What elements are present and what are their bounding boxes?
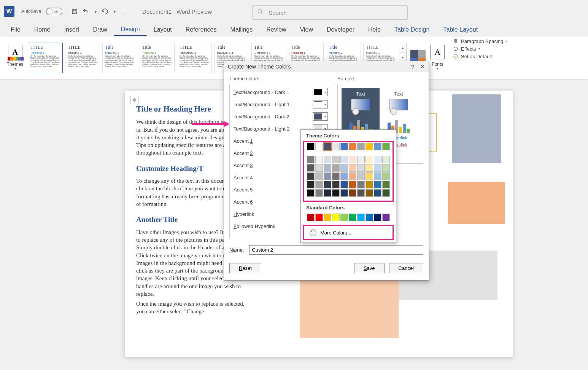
color-swatch[interactable] bbox=[307, 164, 315, 172]
color-swatch[interactable] bbox=[324, 214, 331, 221]
paragraph-spacing-button[interactable]: Paragraph Spacing ▾ bbox=[453, 38, 507, 44]
ribbon-tab-table-design[interactable]: Table Design bbox=[388, 24, 437, 35]
color-swatch[interactable] bbox=[340, 156, 348, 163]
color-swatch[interactable] bbox=[357, 214, 365, 221]
color-swatch[interactable] bbox=[349, 181, 356, 188]
ribbon-tab-design[interactable]: Design bbox=[114, 24, 147, 36]
color-swatch[interactable] bbox=[374, 143, 381, 150]
color-swatch[interactable] bbox=[357, 172, 365, 180]
color-dropdown-button[interactable]: ▾ bbox=[313, 88, 328, 96]
color-swatch[interactable] bbox=[315, 143, 323, 150]
color-swatch[interactable] bbox=[366, 156, 373, 163]
color-swatch[interactable] bbox=[382, 156, 390, 163]
color-swatch[interactable] bbox=[374, 214, 381, 221]
color-swatch[interactable] bbox=[366, 181, 373, 188]
color-swatch[interactable] bbox=[374, 172, 381, 180]
color-swatch[interactable] bbox=[357, 164, 365, 172]
color-swatch[interactable] bbox=[357, 181, 365, 188]
color-swatch[interactable] bbox=[382, 181, 390, 188]
color-swatch[interactable] bbox=[340, 181, 348, 188]
color-swatch[interactable] bbox=[332, 172, 340, 180]
color-swatch[interactable] bbox=[382, 172, 390, 180]
color-swatch[interactable] bbox=[332, 156, 340, 163]
color-swatch[interactable] bbox=[382, 189, 390, 197]
ribbon-tab-references[interactable]: References bbox=[179, 24, 224, 35]
color-swatch[interactable] bbox=[307, 214, 315, 221]
set-as-default-button[interactable]: Set as Default bbox=[453, 53, 507, 59]
redo-dropdown-icon[interactable]: ▾ bbox=[112, 7, 117, 16]
color-swatch[interactable] bbox=[332, 181, 340, 188]
color-swatch[interactable] bbox=[366, 214, 373, 221]
color-swatch[interactable] bbox=[324, 189, 331, 197]
color-swatch[interactable] bbox=[332, 189, 340, 197]
color-swatch[interactable] bbox=[315, 189, 323, 197]
color-swatch[interactable] bbox=[349, 164, 356, 172]
color-swatch[interactable] bbox=[340, 214, 348, 221]
color-swatch[interactable] bbox=[340, 143, 348, 150]
color-swatch[interactable] bbox=[307, 181, 315, 188]
color-swatch[interactable] bbox=[324, 181, 331, 188]
search-box[interactable]: Search bbox=[252, 5, 408, 20]
color-swatch[interactable] bbox=[332, 143, 340, 150]
color-swatch[interactable] bbox=[307, 156, 315, 163]
color-swatch[interactable] bbox=[382, 164, 390, 172]
effects-button[interactable]: Effects ▾ bbox=[453, 46, 507, 52]
doc-format-thumb[interactable]: TITLEHeading 1On the Insert tab, the gal… bbox=[65, 43, 100, 73]
doc-format-thumb[interactable]: TITLEHEADING 1On the Insert tab, the gal… bbox=[177, 43, 212, 73]
color-swatch[interactable] bbox=[374, 189, 381, 197]
ribbon-tab-table-layout[interactable]: Table Layout bbox=[436, 24, 485, 35]
color-swatch[interactable] bbox=[324, 143, 331, 150]
scroll-up-icon[interactable]: ▴ bbox=[399, 43, 406, 53]
reset-button[interactable]: Reset bbox=[229, 263, 261, 273]
color-swatch[interactable] bbox=[332, 164, 340, 172]
color-swatch[interactable] bbox=[307, 143, 315, 150]
color-swatch[interactable] bbox=[382, 214, 390, 221]
color-swatch[interactable] bbox=[357, 189, 365, 197]
redo-icon[interactable] bbox=[100, 7, 110, 16]
color-swatch[interactable] bbox=[324, 156, 331, 163]
ribbon-tab-developer[interactable]: Developer bbox=[320, 24, 361, 35]
color-swatch[interactable] bbox=[382, 143, 390, 150]
undo-dropdown-icon[interactable]: ▾ bbox=[93, 7, 98, 16]
color-swatch[interactable] bbox=[324, 164, 331, 172]
ribbon-tab-view[interactable]: View bbox=[293, 24, 320, 35]
color-swatch[interactable] bbox=[374, 164, 381, 172]
doc-format-thumb[interactable]: TITLEHeading 1On the Insert tab, the gal… bbox=[28, 43, 63, 73]
color-swatch[interactable] bbox=[374, 156, 381, 163]
color-swatch[interactable] bbox=[307, 172, 315, 180]
color-dropdown-button[interactable]: ▾ bbox=[313, 112, 328, 121]
name-input[interactable] bbox=[249, 245, 423, 255]
color-swatch[interactable] bbox=[374, 181, 381, 188]
ribbon-tab-home[interactable]: Home bbox=[27, 24, 57, 35]
color-swatch[interactable] bbox=[307, 189, 315, 197]
ribbon-tab-help[interactable]: Help bbox=[361, 24, 388, 35]
color-swatch[interactable] bbox=[315, 214, 323, 221]
color-swatch[interactable] bbox=[315, 181, 323, 188]
more-colors-button[interactable]: More Colors... bbox=[303, 225, 394, 240]
save-icon[interactable] bbox=[70, 7, 79, 16]
color-swatch[interactable] bbox=[315, 156, 323, 163]
color-dropdown-button[interactable]: ▾ bbox=[313, 100, 328, 108]
dialog-titlebar[interactable]: Create New Theme Colors ? ✕ bbox=[224, 61, 429, 72]
color-swatch[interactable] bbox=[324, 172, 331, 180]
autosave-toggle[interactable]: Off bbox=[46, 8, 62, 15]
color-swatch[interactable] bbox=[340, 172, 348, 180]
cancel-button[interactable]: Cancel bbox=[389, 263, 423, 273]
doc-format-thumb[interactable]: TitleHeading 1On the Insert tab, the gal… bbox=[102, 43, 137, 73]
color-swatch[interactable] bbox=[366, 164, 373, 172]
color-swatch[interactable] bbox=[357, 156, 365, 163]
fonts-button[interactable]: A Fonts ▾ bbox=[426, 43, 448, 72]
themes-button[interactable]: A Themes ▾ bbox=[3, 43, 27, 72]
ribbon-tab-insert[interactable]: Insert bbox=[57, 24, 86, 35]
ribbon-tab-file[interactable]: File bbox=[4, 24, 27, 35]
color-swatch[interactable] bbox=[349, 172, 356, 180]
ribbon-tab-review[interactable]: Review bbox=[259, 24, 293, 35]
ribbon-tab-draw[interactable]: Draw bbox=[86, 24, 114, 35]
doc-format-thumb[interactable]: TitleHeading 1On the Insert tab, the gal… bbox=[140, 43, 175, 73]
customize-qat-icon[interactable] bbox=[119, 7, 129, 16]
move-handle-icon[interactable]: ✥ bbox=[130, 96, 138, 104]
color-swatch[interactable] bbox=[315, 172, 323, 180]
color-swatch[interactable] bbox=[366, 143, 373, 150]
color-swatch[interactable] bbox=[349, 214, 356, 221]
color-swatch[interactable] bbox=[366, 172, 373, 180]
